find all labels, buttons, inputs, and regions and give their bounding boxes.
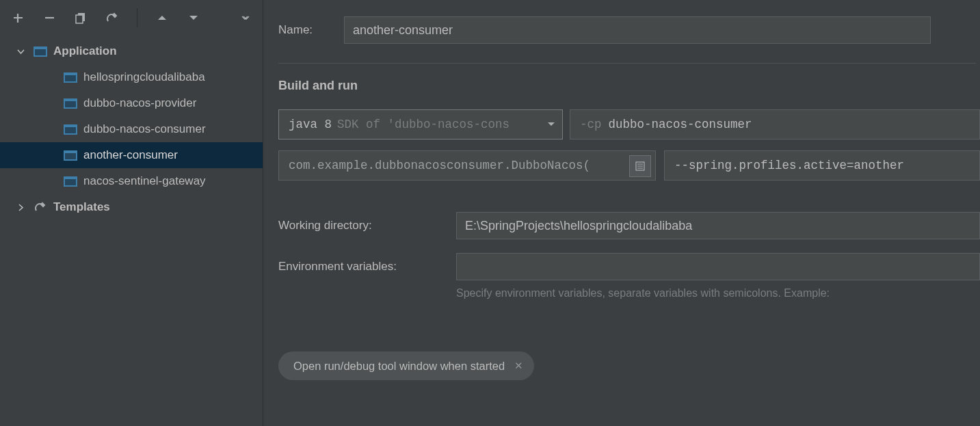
tree-group-label: Application bbox=[53, 44, 117, 58]
move-down-button[interactable] bbox=[185, 10, 202, 26]
chip-label: Open run/debug tool window when started bbox=[293, 360, 505, 373]
working-dir-label: Working directory: bbox=[278, 212, 456, 232]
classpath-module: dubbo-nacos-consumer bbox=[609, 118, 752, 131]
config-form: Name: Build and run java 8 SDK of 'dubbo… bbox=[263, 0, 980, 426]
config-tree: Applicationhellospringcloudalibabadubbo-… bbox=[0, 36, 263, 426]
main-class-field[interactable]: com.example.dubbonacosconsumer.DubboNaco… bbox=[278, 150, 656, 181]
working-dir-input[interactable] bbox=[456, 212, 980, 239]
chevron-down-icon bbox=[15, 46, 26, 57]
program-arguments-field[interactable]: --spring.profiles.active=another bbox=[664, 150, 980, 181]
remove-config-button[interactable] bbox=[41, 10, 57, 26]
program-arguments-value: --spring.profiles.active=another bbox=[674, 159, 904, 172]
tree-item-label: hellospringcloudalibaba bbox=[83, 70, 205, 84]
application-icon bbox=[63, 176, 78, 187]
tree-item[interactable]: hellospringcloudalibaba bbox=[0, 64, 263, 90]
application-icon bbox=[33, 46, 48, 57]
env-vars-label: Environment variables: bbox=[278, 253, 456, 274]
svg-rect-13 bbox=[65, 179, 76, 185]
tree-group-application[interactable]: Application bbox=[0, 38, 263, 64]
tree-item[interactable]: dubbo-nacos-consumer bbox=[0, 116, 263, 142]
env-vars-input[interactable] bbox=[456, 253, 980, 280]
svg-rect-7 bbox=[65, 101, 76, 107]
more-actions-button[interactable] bbox=[237, 10, 253, 26]
tree-item-label: nacos-sentinel-gateway bbox=[83, 174, 206, 188]
move-up-button[interactable] bbox=[154, 10, 170, 26]
svg-rect-11 bbox=[65, 153, 76, 159]
build-run-heading: Build and run bbox=[278, 79, 980, 93]
tree-item-label: dubbo-nacos-provider bbox=[83, 96, 196, 110]
tree-item[interactable]: dubbo-nacos-provider bbox=[0, 90, 263, 116]
env-vars-hint: Specify environment variables, separate … bbox=[456, 287, 980, 299]
sdk-selector[interactable]: java 8 SDK of 'dubbo-nacos-cons bbox=[278, 109, 563, 139]
edit-templates-button[interactable] bbox=[104, 10, 120, 26]
chevron-right-icon bbox=[15, 202, 26, 213]
open-tool-window-chip[interactable]: Open run/debug tool window when started … bbox=[278, 351, 534, 380]
config-sidebar: Applicationhellospringcloudalibabadubbo-… bbox=[0, 0, 263, 426]
copy-config-button[interactable] bbox=[72, 10, 89, 26]
sidebar-toolbar bbox=[0, 0, 263, 36]
classpath-box[interactable]: -cp dubbo-nacos-consumer bbox=[570, 109, 980, 139]
svg-rect-3 bbox=[35, 49, 46, 55]
name-label: Name: bbox=[278, 23, 344, 37]
toolbar-separator bbox=[137, 8, 137, 27]
add-config-button[interactable] bbox=[10, 10, 26, 26]
tree-group-label: Templates bbox=[53, 200, 110, 214]
sdk-detail: SDK of 'dubbo-nacos-cons bbox=[337, 118, 509, 131]
application-icon bbox=[63, 150, 78, 161]
tree-item[interactable]: nacos-sentinel-gateway bbox=[0, 168, 263, 194]
wrench-icon bbox=[33, 202, 48, 213]
tree-item-label: dubbo-nacos-consumer bbox=[83, 122, 206, 136]
main-class-value: com.example.dubbonacosconsumer.DubboNaco… bbox=[289, 159, 590, 172]
tree-group-templates[interactable]: Templates bbox=[0, 194, 263, 220]
section-divider bbox=[278, 63, 976, 64]
dropdown-caret-icon bbox=[547, 122, 555, 127]
svg-rect-9 bbox=[65, 127, 76, 133]
browse-class-button[interactable] bbox=[629, 155, 651, 177]
application-icon bbox=[63, 124, 78, 135]
name-input[interactable] bbox=[344, 16, 931, 44]
application-icon bbox=[63, 72, 78, 83]
remove-chip-icon[interactable]: ✕ bbox=[514, 360, 523, 372]
sdk-name: java 8 bbox=[289, 118, 332, 131]
classpath-prefix: -cp bbox=[580, 118, 602, 131]
svg-rect-5 bbox=[65, 75, 76, 81]
application-icon bbox=[63, 98, 78, 109]
tree-item[interactable]: another-consumer bbox=[0, 142, 263, 168]
tree-item-label: another-consumer bbox=[83, 148, 178, 162]
svg-rect-1 bbox=[76, 15, 83, 23]
